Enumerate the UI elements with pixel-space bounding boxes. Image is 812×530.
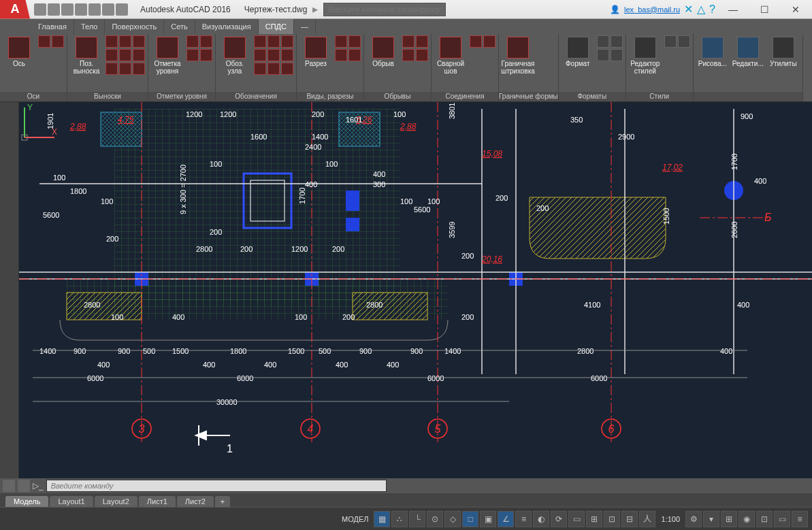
svg-text:1500: 1500 [662,208,670,225]
sc-icon[interactable]: ⊟ [621,511,638,527]
app-title: Autodesk AutoCAD 2016 [132,5,239,14]
draw-button[interactable]: Рисова... [696,35,729,67]
small-btn[interactable] [38,35,50,48]
status-mode[interactable]: МОДЕЛ [338,515,372,523]
close-button[interactable]: ✕ [782,1,809,18]
utils-button[interactable]: Утилиты [767,35,800,67]
ws-icon[interactable]: ▾ [703,511,719,527]
signin-icon[interactable]: 👤 [610,5,620,14]
svg-text:400: 400 [264,361,276,369]
scale-display[interactable]: 1:100 [657,515,684,523]
qat-print-icon[interactable] [88,3,101,16]
dyn-icon[interactable]: ⊞ [586,511,602,527]
break-button[interactable]: Обрыв [367,35,400,67]
layout-tab-1[interactable]: Layout1 [50,496,93,507]
left-palette[interactable] [0,102,19,480]
qat-new-icon[interactable] [34,3,46,16]
tab-extra[interactable]: — [294,19,316,34]
otrack-icon[interactable]: ∠ [498,511,514,527]
user-link[interactable]: lex_bas@mail.ru [624,5,680,14]
minimize-button[interactable]: — [719,1,747,18]
weld-button[interactable]: Сварной шов [434,35,467,75]
lweight-icon[interactable]: ≡ [515,511,532,527]
3dosnap-icon[interactable]: ▣ [480,511,496,527]
maximize-button[interactable]: ☐ [751,1,778,18]
svg-text:100: 100 [210,160,222,168]
tab-body[interactable]: Тело [74,19,105,34]
tab-home[interactable]: Главная [31,19,74,34]
svg-text:15,08: 15,08 [482,149,502,159]
svg-text:900: 900 [410,347,423,355]
gear-icon[interactable]: ⚙ [685,511,702,527]
snap-icon[interactable]: ∴ [391,511,408,527]
svg-text:2,88: 2,88 [400,122,417,131]
layout-tab-3[interactable]: Лист1 [139,496,176,507]
qat-saveas-icon[interactable] [75,3,87,16]
help-icon[interactable]: ? [709,3,715,16]
layout-tab-model[interactable]: Модель [5,496,48,507]
3d-icon[interactable]: ▭ [568,511,585,527]
svg-text:400: 400 [373,170,385,178]
styles-button[interactable]: Редактор стилей [629,35,662,75]
layout-tab-2[interactable]: Layout2 [95,496,137,507]
model-viewport[interactable]: [-][Сверху][2D-каркас] — ☐ ✕ [19,102,812,480]
cycling-icon[interactable]: ⟳ [551,511,567,527]
grid-icon[interactable]: ▦ [374,511,390,527]
svg-text:5600: 5600 [414,205,430,214]
search-input[interactable] [323,3,446,16]
svg-text:6000: 6000 [87,374,103,382]
cmd-handle-icon[interactable] [3,480,15,492]
svg-text:3801: 3801 [448,103,456,119]
qat-redo-icon[interactable] [116,3,128,16]
section-button[interactable]: Разрез [299,35,332,67]
command-input[interactable] [46,480,387,492]
leader-button[interactable]: Поз. выноска [70,35,103,75]
ribbon: ОсьОси Поз. выноскаВыноски Отметка уровн… [0,34,812,102]
polar-icon[interactable]: ⊙ [427,511,443,527]
format-button[interactable]: Формат [562,35,594,67]
svg-text:900: 900 [741,112,753,120]
edit-button[interactable]: Редакти... [732,35,764,67]
svg-text:500: 500 [319,347,331,355]
svg-text:100: 100 [53,173,65,182]
iso-icon[interactable]: ◇ [444,511,461,527]
tab-spds[interactable]: СПДС [259,19,294,34]
ortho-icon[interactable]: └ [409,511,425,527]
svg-text:1800: 1800 [230,347,246,355]
clean-icon[interactable]: ▭ [774,511,790,527]
cmd-recent-icon[interactable] [18,480,30,492]
node-button[interactable]: Обоз. узла [218,35,251,75]
svg-text:200: 200 [332,245,344,253]
app-logo[interactable]: A [0,0,30,19]
svg-text:200: 200 [536,204,549,212]
hw-icon[interactable]: ◉ [738,511,755,527]
qat-save-icon[interactable] [61,3,74,16]
svg-text:4100: 4100 [584,301,600,309]
custom-icon[interactable]: ≡ [792,511,808,527]
tab-mesh[interactable]: Сеть [164,19,195,34]
svg-text:2,88: 2,88 [69,122,86,131]
monitor-icon[interactable]: ⊞ [721,511,737,527]
ann-icon[interactable]: 人 [639,511,655,527]
exchange-icon[interactable]: ✕ [684,3,693,16]
hatch-button[interactable]: Граничная штриховка [502,35,534,75]
layout-tab-add[interactable]: + [215,496,230,507]
tab-visual[interactable]: Визуализация [195,19,259,34]
svg-text:1601: 1601 [346,116,362,124]
iso2-icon[interactable]: ⊡ [756,511,773,527]
level-button[interactable]: Отметка уровня [151,35,184,75]
osnap-icon[interactable]: □ [462,511,478,527]
svg-text:5: 5 [435,423,441,435]
qat-undo-icon[interactable] [102,3,114,16]
svg-text:2600: 2600 [730,222,738,238]
qat-open-icon[interactable] [48,3,60,16]
svg-text:5600: 5600 [43,211,59,219]
tab-surface[interactable]: Поверхность [105,19,164,34]
svg-text:200: 200 [496,194,508,202]
svg-text:400: 400 [305,180,317,188]
axis-button[interactable]: Ось [3,35,35,67]
transp-icon[interactable]: ◐ [533,511,549,527]
a360-icon[interactable]: △ [697,3,705,16]
layout-tab-4[interactable]: Лист2 [177,496,214,507]
qp-icon[interactable]: ⊡ [604,511,620,527]
